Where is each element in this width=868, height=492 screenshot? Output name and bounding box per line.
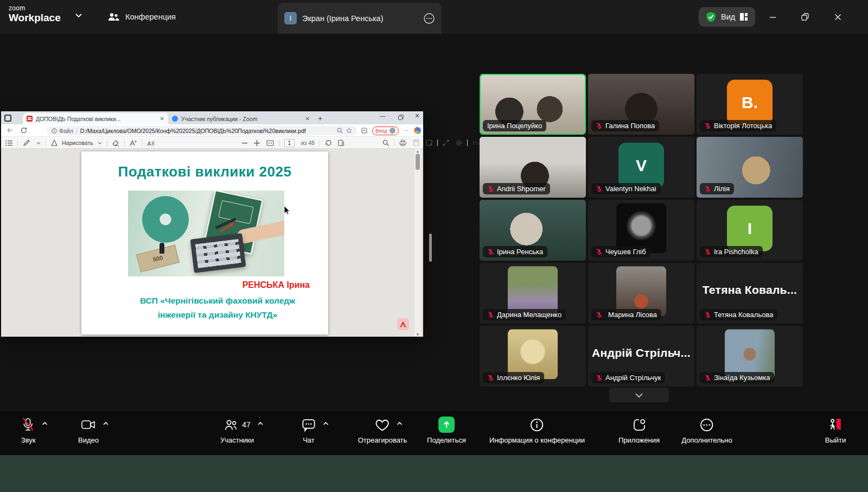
tab-screen-share[interactable]: I Экран (Ірина Ренська) [278, 3, 442, 34]
page-view-icon[interactable] [335, 137, 348, 149]
zoom-page-icon[interactable] [337, 128, 343, 134]
draw-label[interactable]: Нарисовать [61, 137, 94, 149]
participant-tile[interactable]: Андрій Стрільч... Андрій Стрільчук [588, 326, 694, 387]
participant-tile[interactable]: Дарина Мелащенко [480, 263, 586, 324]
participant-tile[interactable]: Ірина Поцелуйко [480, 74, 586, 135]
participants-icon [224, 418, 238, 432]
video-options-caret[interactable] [103, 421, 109, 426]
browser-tab-zoom[interactable]: Участник публикации - Zoom ✕ [168, 113, 314, 124]
fit-page-icon[interactable] [263, 137, 277, 149]
audio-button[interactable]: Звук [21, 416, 36, 444]
browser-minimize-icon[interactable]: — [374, 112, 391, 119]
participant-tile[interactable]: Andrii Shpomer [480, 137, 586, 198]
slide-title: Податкові виклики 2025 [81, 163, 328, 180]
collections-icon[interactable] [361, 128, 367, 134]
reload-icon[interactable] [21, 127, 27, 134]
browser-close-icon[interactable]: ✕ [409, 112, 425, 119]
reactions-button[interactable]: Отреагировать [358, 416, 407, 444]
browser-menu-icon[interactable]: ⋯ [404, 128, 409, 134]
chat-options-caret[interactable] [323, 421, 329, 426]
participants-button[interactable]: 47 Участники [220, 416, 254, 444]
muted-mic-icon [704, 374, 711, 381]
rotate-icon[interactable] [322, 137, 335, 149]
close-button[interactable] [824, 0, 852, 34]
participant-tile[interactable]: Ірина Ренська [480, 200, 586, 261]
scroll-up-icon[interactable]: ▲ [414, 149, 421, 153]
participant-tile[interactable]: Іллєнко Юлія [480, 326, 586, 387]
read-aloud-icon[interactable] [144, 137, 157, 149]
calculator-shape [190, 233, 246, 273]
participant-tile[interactable]: В. Вікторія Лотоцька [697, 74, 803, 135]
participant-tile[interactable]: Лілія [697, 137, 803, 198]
participant-tile[interactable]: Зінаїда Кузьомка [697, 326, 803, 387]
page-number-input[interactable]: 1 [284, 139, 295, 147]
meeting-info-button[interactable]: Информация о конференции [489, 416, 585, 444]
more-button[interactable]: Дополнительно [681, 416, 732, 444]
eraser-icon[interactable] [109, 137, 123, 149]
audio-options-caret[interactable] [42, 421, 48, 426]
reactions-options-caret[interactable] [397, 421, 403, 426]
muted-mic-icon [704, 248, 711, 255]
participant-tile[interactable]: V Valentyn Nekhai [588, 137, 694, 198]
heart-icon [375, 418, 390, 432]
browser-restore-icon[interactable] [393, 112, 409, 120]
slide-illustration: 500 [128, 191, 284, 276]
tab-conference[interactable]: Конференция [107, 0, 176, 34]
save-as-icon[interactable] [423, 137, 436, 149]
save-icon[interactable] [410, 137, 423, 149]
pdf-scrollbar[interactable]: ▲ ▼ [414, 149, 421, 337]
more-participants-button[interactable] [609, 388, 669, 402]
search-icon[interactable] [379, 137, 392, 149]
participant-tile[interactable]: Чеушев Гліб [588, 200, 694, 261]
slide-org-line2: інженерії та дизайну КНУТД» [111, 310, 324, 320]
share-screen-button[interactable]: Поделиться [427, 416, 466, 444]
signin-button[interactable]: Вход [372, 127, 399, 135]
participant-tile[interactable]: Марина Лісова [588, 263, 694, 324]
settings-gear-icon[interactable] [452, 137, 465, 149]
draw-icon[interactable] [48, 137, 61, 149]
address-field[interactable]: Файл D:/Maxa/Циклова/ОМО/2025/Конф%20202… [47, 126, 357, 135]
browser-tab-pdf[interactable]: ДОПОВІДЬ Податкові виклики... ✕ [23, 113, 168, 124]
tab-options-icon[interactable] [423, 12, 435, 24]
acrobat-floating-button[interactable] [397, 318, 409, 330]
workspaces-icon[interactable] [4, 115, 11, 122]
participant-name-label: Вікторія Лотоцька [700, 120, 776, 131]
scrollbar-thumb[interactable] [416, 154, 420, 170]
leave-button[interactable]: Выйти [825, 416, 846, 444]
video-button[interactable]: Видео [78, 416, 99, 444]
scroll-down-icon[interactable]: ▼ [414, 332, 421, 336]
view-button[interactable]: Вид [699, 7, 755, 27]
participant-tile[interactable]: I Ira Pishcholka [697, 200, 803, 261]
minimize-button[interactable] [758, 0, 787, 34]
pen-caret-icon[interactable] [33, 137, 44, 149]
close-tab-icon[interactable]: ✕ [305, 116, 310, 122]
close-tab-icon[interactable]: ✕ [160, 116, 164, 122]
participants-options-caret[interactable] [257, 421, 264, 426]
chevron-down-icon[interactable] [75, 13, 82, 18]
scheme-label: Файл [59, 128, 73, 134]
muted-mic-icon [596, 122, 603, 129]
participant-name-label: Дарина Мелащенко [483, 309, 566, 320]
copilot-icon[interactable] [414, 127, 421, 134]
participant-tile[interactable]: Тетяна Коваль... Тетяна Ковальова [697, 263, 803, 324]
pen-icon[interactable] [20, 137, 33, 149]
chat-button[interactable]: Чат [302, 416, 316, 444]
participant-name-label: Чеушев Гліб [591, 246, 650, 257]
panel-resize-handle[interactable] [429, 234, 432, 262]
muted-mic-icon [704, 311, 711, 318]
apps-button[interactable]: Приложения [618, 416, 660, 444]
share-icon [438, 417, 455, 433]
favorite-star-icon[interactable] [346, 128, 352, 134]
participant-tile[interactable]: Галина Попова [588, 74, 694, 135]
restore-button[interactable] [791, 0, 819, 34]
print-icon[interactable] [396, 137, 410, 149]
zoom-out-icon[interactable] [239, 137, 251, 149]
fullscreen-icon[interactable] [439, 137, 452, 149]
zoom-in-icon[interactable] [251, 137, 263, 149]
back-icon[interactable] [7, 128, 13, 133]
toc-icon[interactable] [2, 137, 16, 149]
text-size-icon[interactable] [126, 137, 140, 149]
draw-caret-icon[interactable] [94, 137, 105, 149]
participant-big-name: Тетяна Коваль... [697, 283, 803, 297]
new-tab-icon[interactable]: + [318, 115, 322, 122]
